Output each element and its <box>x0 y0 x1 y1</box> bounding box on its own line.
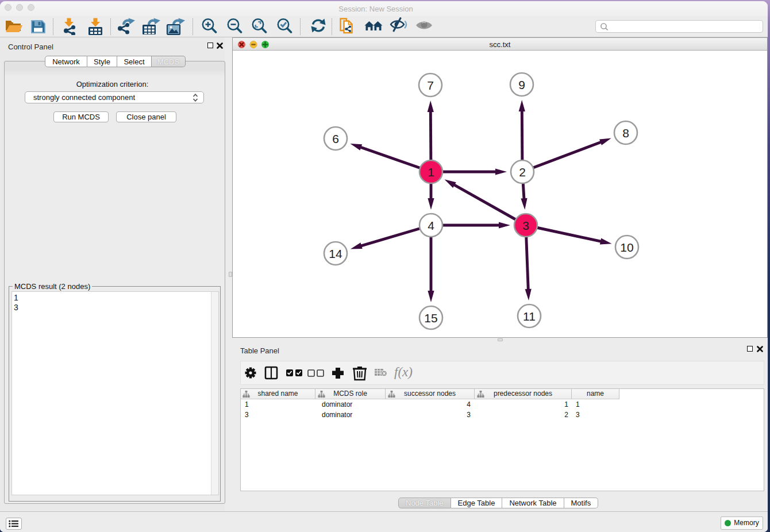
svg-text:1: 1 <box>428 165 434 179</box>
svg-text:15: 15 <box>424 311 437 325</box>
svg-text:2: 2 <box>519 165 526 179</box>
svg-text:4: 4 <box>428 219 434 232</box>
svg-text:7: 7 <box>427 79 434 92</box>
svg-text:9: 9 <box>518 78 525 91</box>
svg-text:3: 3 <box>522 219 529 232</box>
svg-text:10: 10 <box>620 241 633 254</box>
svg-text:11: 11 <box>523 310 536 323</box>
svg-text:8: 8 <box>622 126 629 140</box>
svg-text:14: 14 <box>329 247 342 260</box>
svg-text:6: 6 <box>332 132 339 145</box>
